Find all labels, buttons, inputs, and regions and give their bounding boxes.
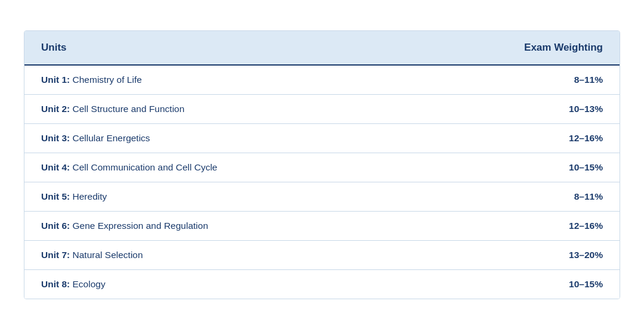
row-unit-2: Unit 2: Cell Structure and Function [41, 104, 184, 114]
row-unit-8: Unit 8: Ecology [41, 279, 106, 290]
unit-label-6: Unit 6: [41, 221, 70, 231]
unit-label-5: Unit 5: [41, 191, 70, 201]
unit-name-2: Cell Structure and Function [73, 104, 185, 114]
table-row: Unit 8: Ecology 10–15% [24, 270, 620, 299]
table-row: Unit 1: Chemistry of Life 8–11% [24, 66, 620, 95]
table-row: Unit 2: Cell Structure and Function 10–1… [24, 95, 620, 124]
row-unit-1: Unit 1: Chemistry of Life [41, 75, 142, 85]
unit-label-2: Unit 2: [41, 104, 70, 114]
unit-label-8: Unit 8: [41, 279, 70, 289]
table-row: Unit 7: Natural Selection 13–20% [24, 241, 620, 270]
header-units-label: Units [41, 42, 67, 54]
table-header: Units Exam Weighting [24, 31, 620, 66]
row-unit-4: Unit 4: Cell Communication and Cell Cycl… [41, 162, 217, 173]
row-weighting-7: 13–20% [549, 250, 603, 260]
row-unit-3: Unit 3: Cellular Energetics [41, 133, 150, 144]
unit-name-4: Cell Communication and Cell Cycle [73, 162, 218, 172]
unit-name-6: Gene Expression and Regulation [73, 221, 208, 231]
row-unit-5: Unit 5: Heredity [41, 191, 107, 202]
row-weighting-3: 12–16% [549, 133, 603, 144]
unit-label-3: Unit 3: [41, 133, 70, 143]
row-unit-7: Unit 7: Natural Selection [41, 250, 143, 260]
exam-weighting-table: Units Exam Weighting Unit 1: Chemistry o… [24, 30, 620, 299]
row-unit-6: Unit 6: Gene Expression and Regulation [41, 221, 208, 231]
unit-label-7: Unit 7: [41, 250, 70, 260]
unit-name-8: Ecology [73, 279, 106, 289]
row-weighting-6: 12–16% [549, 221, 603, 231]
unit-label-4: Unit 4: [41, 162, 70, 172]
row-weighting-1: 8–11% [549, 75, 603, 85]
row-weighting-4: 10–15% [549, 162, 603, 173]
table-row: Unit 3: Cellular Energetics 12–16% [24, 124, 620, 153]
row-weighting-5: 8–11% [549, 191, 603, 202]
table-row: Unit 6: Gene Expression and Regulation 1… [24, 212, 620, 241]
table-body: Unit 1: Chemistry of Life 8–11% Unit 2: … [24, 66, 620, 299]
table-row: Unit 5: Heredity 8–11% [24, 182, 620, 212]
unit-label-1: Unit 1: [41, 75, 70, 85]
row-weighting-8: 10–15% [549, 279, 603, 290]
unit-name-5: Heredity [73, 191, 107, 201]
table-row: Unit 4: Cell Communication and Cell Cycl… [24, 153, 620, 182]
header-weighting-label: Exam Weighting [524, 42, 603, 54]
unit-name-3: Cellular Energetics [73, 133, 150, 143]
unit-name-7: Natural Selection [73, 250, 143, 260]
row-weighting-2: 10–13% [549, 104, 603, 114]
unit-name-1: Chemistry of Life [73, 75, 142, 85]
